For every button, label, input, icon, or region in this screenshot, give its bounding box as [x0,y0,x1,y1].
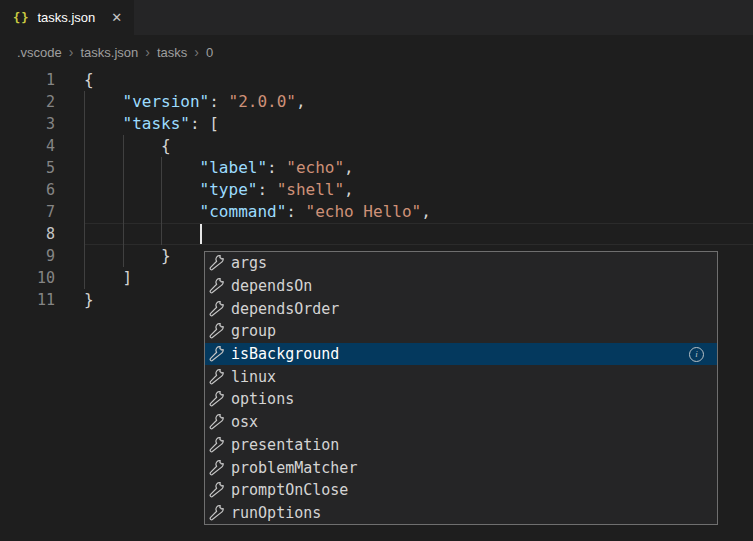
code-token: { [161,136,171,155]
line-number[interactable]: 6 [0,179,55,201]
breadcrumb-item[interactable]: 0 [206,45,213,60]
line-number[interactable]: 11 [0,289,55,311]
suggest-item[interactable]: options [205,388,717,411]
breadcrumb-separator-icon: › [194,44,199,60]
wrench-icon [209,323,225,339]
code-token: "2.0.0" [229,92,296,111]
suggest-item[interactable]: isBackgroundi [205,343,717,366]
code-token: } [84,290,94,309]
suggest-item-label: options [231,390,294,408]
indent-guide-icon [161,179,162,201]
suggest-item[interactable]: linux [205,365,717,388]
indent-guide-icon [84,267,85,289]
code-token: "tasks" [123,114,190,133]
suggest-item[interactable]: runOptions [205,502,717,525]
indent-guide-icon [84,245,85,267]
indent-guide-icon [161,157,162,179]
suggest-item-label: problemMatcher [231,459,357,477]
suggest-item[interactable]: args [205,252,717,275]
suggest-item[interactable]: dependsOn [205,275,717,298]
line-number[interactable]: 9 [0,245,55,267]
info-icon[interactable]: i [689,347,704,362]
json-braces-icon: {} [13,11,29,25]
code-token: "shell" [277,180,344,199]
suggest-item[interactable]: dependsOrder [205,297,717,320]
wrench-icon [209,505,225,521]
suggest-widget: args dependsOn dependsOrder group isBack… [204,251,718,525]
indent-guide-icon [123,245,124,267]
indent-guide-icon [84,91,85,113]
code-text [84,223,753,245]
vscode-window: {} tasks.json ✕ .vscode›tasks.json›tasks… [0,0,753,541]
code-token [84,224,200,243]
code-line[interactable]: 5 "label": "echo", [0,157,753,179]
code-token: , [421,202,431,221]
code-token: : [209,92,228,111]
code-text: { [84,69,753,91]
code-token: "echo Hello" [306,202,422,221]
breadcrumb-item[interactable]: tasks [157,45,187,60]
wrench-icon [209,369,225,385]
code-line[interactable]: 4 { [0,135,753,157]
code-token: } [161,246,171,265]
wrench-icon [209,460,225,476]
suggest-item[interactable]: problemMatcher [205,456,717,479]
close-tab-icon[interactable]: ✕ [111,10,122,25]
code-token: "command" [200,202,287,221]
suggest-item-label: runOptions [231,504,321,522]
code-text: "type": "shell", [84,179,753,201]
code-token [84,92,123,111]
suggest-item-label: dependsOrder [231,300,339,318]
indent-guide-icon [84,113,85,135]
code-line[interactable]: 7 "command": "echo Hello", [0,201,753,223]
indent-guide-icon [161,201,162,223]
line-number[interactable]: 3 [0,113,55,135]
code-token: , [344,158,354,177]
wrench-icon [209,482,225,498]
code-line[interactable]: 1{ [0,69,753,91]
suggest-item[interactable]: osx [205,411,717,434]
code-token: "type" [200,180,258,199]
line-number[interactable]: 8 [0,223,55,245]
indent-guide-icon [84,223,85,245]
code-line[interactable]: 2 "version": "2.0.0", [0,91,753,113]
suggest-item[interactable]: group [205,320,717,343]
code-token: "echo" [286,158,344,177]
code-token: : [ [190,114,219,133]
code-token: : [286,202,305,221]
suggest-item-label: linux [231,368,276,386]
line-number[interactable]: 10 [0,267,55,289]
indent-guide-icon [123,223,124,245]
suggest-item-label: promptOnClose [231,481,348,499]
breadcrumb-separator-icon: › [145,44,150,60]
wrench-icon [209,414,225,430]
code-text: "version": "2.0.0", [84,91,753,113]
line-number[interactable]: 2 [0,91,55,113]
code-text: "label": "echo", [84,157,753,179]
indent-guide-icon [84,179,85,201]
line-number[interactable]: 1 [0,69,55,91]
breadcrumb-item[interactable]: tasks.json [80,45,138,60]
wrench-icon [209,346,225,362]
wrench-icon [209,278,225,294]
wrench-icon [209,391,225,407]
code-line[interactable]: 6 "type": "shell", [0,179,753,201]
code-token: { [84,70,94,89]
code-token: : [257,180,276,199]
line-number[interactable]: 4 [0,135,55,157]
code-line[interactable]: 3 "tasks": [ [0,113,753,135]
breadcrumb-item[interactable]: .vscode [17,45,62,60]
suggest-item[interactable]: presentation [205,434,717,457]
tab-tasks-json[interactable]: {} tasks.json ✕ [0,0,134,35]
suggest-item-label: presentation [231,436,339,454]
code-line[interactable]: 8 [0,223,753,245]
line-number[interactable]: 7 [0,201,55,223]
breadcrumb: .vscode›tasks.json›tasks›0 [0,35,753,69]
line-number[interactable]: 5 [0,157,55,179]
suggest-item[interactable]: promptOnClose [205,479,717,502]
suggest-item-label: osx [231,413,258,431]
suggest-item-label: group [231,322,276,340]
indent-guide-icon [84,135,85,157]
indent-guide-icon [161,223,162,245]
wrench-icon [209,437,225,453]
